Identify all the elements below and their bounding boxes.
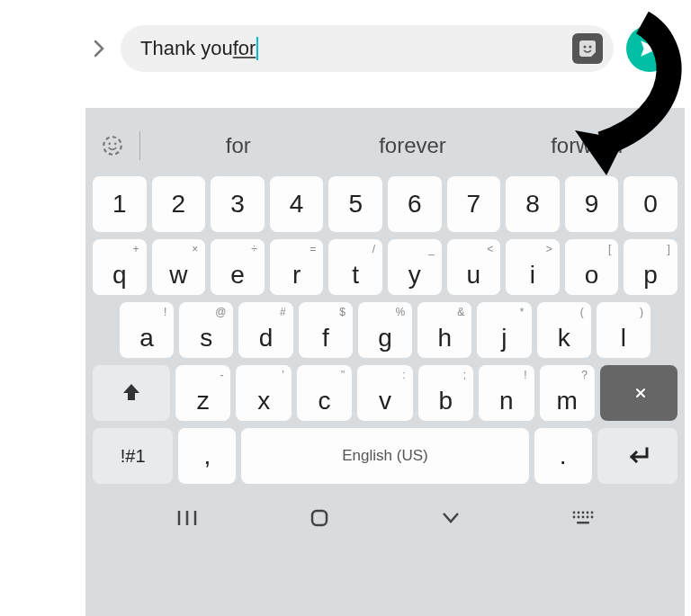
suggestion-3[interactable]: forward xyxy=(499,133,674,158)
svg-point-12 xyxy=(572,516,575,519)
key-c[interactable]: "c xyxy=(297,365,352,421)
key-o[interactable]: [o xyxy=(565,239,619,295)
back-nav-icon[interactable] xyxy=(433,505,469,531)
svg-point-8 xyxy=(577,512,579,514)
divider xyxy=(139,131,140,160)
comma-key[interactable]: , xyxy=(178,428,236,484)
shift-key[interactable] xyxy=(93,365,170,421)
key-u[interactable]: <u xyxy=(447,239,501,295)
key-v[interactable]: :v xyxy=(357,365,412,421)
keyboard-switch-icon[interactable] xyxy=(565,505,601,531)
period-key[interactable]: . xyxy=(534,428,592,484)
key-z[interactable]: -z xyxy=(175,365,230,421)
key-5[interactable]: 5 xyxy=(328,176,382,232)
key-r[interactable]: =r xyxy=(270,239,324,295)
row-bottom: !#1 , English (US) . xyxy=(85,424,685,487)
suggestion-1[interactable]: for xyxy=(151,133,326,158)
key-2[interactable]: 2 xyxy=(152,176,206,232)
space-key[interactable]: English (US) xyxy=(241,428,528,484)
expand-chevron-icon[interactable] xyxy=(90,40,108,58)
soft-keyboard: for forever forward 1 2 3 4 5 6 7 8 9 0 … xyxy=(85,108,685,616)
row-asdf: !a @s #d $f %g &h *j (k )l xyxy=(85,299,685,362)
symbols-key[interactable]: !#1 xyxy=(93,428,173,484)
svg-point-16 xyxy=(590,516,593,519)
key-b[interactable]: ;b xyxy=(418,365,473,421)
key-h[interactable]: &h xyxy=(417,302,471,358)
key-f[interactable]: $f xyxy=(299,302,353,358)
key-j[interactable]: *j xyxy=(477,302,531,358)
key-n[interactable]: !n xyxy=(479,365,534,421)
key-g[interactable]: %g xyxy=(358,302,412,358)
row-qwerty: +q ×w ÷e =r /t _y <u >i [o ]p xyxy=(85,236,685,299)
suggestion-bar: for forever forward xyxy=(85,119,685,173)
key-y[interactable]: _y xyxy=(388,239,442,295)
key-0[interactable]: 0 xyxy=(624,176,678,232)
message-text: Thank you for xyxy=(140,37,258,60)
svg-rect-6 xyxy=(312,511,327,525)
sticker-icon[interactable] xyxy=(572,33,603,64)
key-x[interactable]: 'x xyxy=(236,365,291,421)
svg-point-4 xyxy=(108,143,111,146)
svg-point-2 xyxy=(589,46,592,49)
key-1[interactable]: 1 xyxy=(93,176,147,232)
key-d[interactable]: #d xyxy=(238,302,292,358)
svg-point-7 xyxy=(572,512,575,514)
key-e[interactable]: ÷e xyxy=(211,239,265,295)
key-6[interactable]: 6 xyxy=(388,176,442,232)
key-t[interactable]: /t xyxy=(328,239,382,295)
android-nav-bar xyxy=(85,487,685,541)
svg-point-3 xyxy=(103,137,121,155)
key-4[interactable]: 4 xyxy=(270,176,324,232)
compose-bar: Thank you for xyxy=(0,0,691,90)
key-s[interactable]: @s xyxy=(179,302,233,358)
svg-point-11 xyxy=(590,512,593,514)
row-zxcv: -z 'x "c :v ;b !n ?m xyxy=(85,362,685,424)
home-nav-icon[interactable] xyxy=(301,505,337,531)
key-m[interactable]: ?m xyxy=(540,365,595,421)
svg-point-5 xyxy=(114,143,117,146)
svg-point-9 xyxy=(581,512,584,514)
backspace-key[interactable] xyxy=(600,365,678,421)
message-input[interactable]: Thank you for xyxy=(121,25,614,72)
key-p[interactable]: ]p xyxy=(624,239,678,295)
svg-point-10 xyxy=(586,512,588,514)
emoji-suggest-icon[interactable] xyxy=(96,134,129,157)
suggestion-2[interactable]: forever xyxy=(326,133,500,158)
svg-point-15 xyxy=(586,516,588,519)
key-8[interactable]: 8 xyxy=(506,176,560,232)
key-l[interactable]: )l xyxy=(597,302,651,358)
number-row: 1 2 3 4 5 6 7 8 9 0 xyxy=(85,173,685,236)
key-3[interactable]: 3 xyxy=(211,176,265,232)
svg-point-14 xyxy=(581,516,584,519)
recents-nav-icon[interactable] xyxy=(169,505,205,531)
svg-point-1 xyxy=(584,46,587,49)
svg-rect-17 xyxy=(577,522,589,524)
key-q[interactable]: +q xyxy=(93,239,147,295)
send-button[interactable] xyxy=(626,25,673,72)
svg-point-13 xyxy=(577,516,579,519)
svg-rect-0 xyxy=(579,40,596,57)
key-k[interactable]: (k xyxy=(537,302,591,358)
key-w[interactable]: ×w xyxy=(152,239,206,295)
key-7[interactable]: 7 xyxy=(447,176,501,232)
enter-key[interactable] xyxy=(597,428,678,484)
key-9[interactable]: 9 xyxy=(565,176,619,232)
key-i[interactable]: >i xyxy=(506,239,560,295)
key-a[interactable]: !a xyxy=(120,302,174,358)
